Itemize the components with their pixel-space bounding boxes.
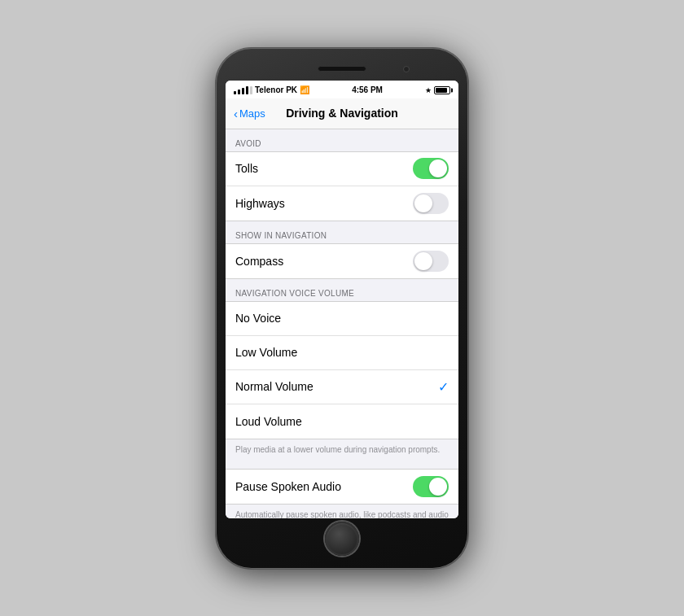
bluetooth-icon: ★ bbox=[425, 86, 432, 94]
low-volume-row[interactable]: Low Volume bbox=[226, 336, 458, 370]
tolls-toggle-thumb bbox=[429, 159, 447, 177]
settings-content: AVOID Tolls Highways SHOW IN NAVIGATION bbox=[226, 129, 458, 518]
loud-volume-label: Loud Volume bbox=[235, 415, 302, 428]
pause-spoken-audio-row[interactable]: Pause Spoken Audio bbox=[226, 470, 458, 504]
phone-bottom bbox=[226, 518, 458, 559]
navigation-bar: ‹ Maps Driving & Navigation bbox=[226, 98, 458, 129]
status-time: 4:56 PM bbox=[352, 85, 383, 94]
tolls-row[interactable]: Tolls bbox=[226, 152, 458, 186]
highways-toggle-thumb bbox=[414, 194, 432, 212]
highways-toggle[interactable] bbox=[413, 193, 449, 214]
wifi-icon: 📶 bbox=[300, 85, 309, 94]
front-camera bbox=[403, 66, 410, 72]
highways-label: Highways bbox=[235, 197, 285, 210]
compass-label: Compass bbox=[235, 255, 283, 268]
no-voice-label: No Voice bbox=[235, 312, 281, 325]
home-button[interactable] bbox=[325, 522, 359, 556]
back-label: Maps bbox=[239, 107, 265, 120]
normal-volume-label: Normal Volume bbox=[235, 380, 314, 393]
show-in-nav-section-header: SHOW IN NAVIGATION bbox=[226, 221, 458, 243]
compass-toggle[interactable] bbox=[413, 251, 449, 272]
show-in-nav-group: Compass bbox=[226, 243, 458, 279]
low-volume-label: Low Volume bbox=[235, 346, 297, 359]
compass-toggle-thumb bbox=[414, 252, 432, 270]
pause-audio-group: Pause Spoken Audio bbox=[226, 469, 458, 505]
pause-audio-sub-note: Automatically pause spoken audio, like p… bbox=[226, 505, 458, 518]
status-right: ★ bbox=[425, 86, 450, 94]
tolls-toggle[interactable] bbox=[413, 158, 449, 179]
carrier-name: Telenor PK bbox=[255, 85, 297, 94]
highways-row[interactable]: Highways bbox=[226, 186, 458, 221]
pause-spoken-audio-label: Pause Spoken Audio bbox=[235, 480, 341, 493]
speaker bbox=[318, 66, 366, 72]
avoid-section-header: AVOID bbox=[226, 129, 458, 151]
tolls-label: Tolls bbox=[235, 162, 258, 175]
battery-icon bbox=[434, 86, 450, 94]
pause-spoken-audio-toggle-thumb bbox=[429, 478, 447, 496]
phone-device: Telenor PK 📶 4:56 PM ★ ‹ Maps Driving & … bbox=[216, 48, 468, 569]
chevron-left-icon: ‹ bbox=[234, 107, 238, 120]
signal-bars bbox=[234, 86, 252, 94]
normal-volume-checkmark: ✓ bbox=[438, 379, 449, 395]
no-voice-row[interactable]: No Voice bbox=[226, 302, 458, 336]
compass-row[interactable]: Compass bbox=[226, 244, 458, 278]
back-button[interactable]: ‹ Maps bbox=[234, 107, 265, 120]
status-left: Telenor PK 📶 bbox=[234, 85, 309, 94]
status-bar: Telenor PK 📶 4:56 PM ★ bbox=[226, 81, 458, 98]
page-title: Driving & Navigation bbox=[286, 107, 398, 120]
normal-volume-row[interactable]: Normal Volume ✓ bbox=[226, 370, 458, 404]
nav-voice-sub-note: Play media at a lower volume during navi… bbox=[226, 439, 458, 462]
nav-voice-section-header: NAVIGATION VOICE VOLUME bbox=[226, 279, 458, 301]
phone-top-hardware bbox=[226, 58, 458, 81]
pause-spoken-audio-toggle[interactable] bbox=[413, 476, 449, 497]
phone-screen: Telenor PK 📶 4:56 PM ★ ‹ Maps Driving & … bbox=[226, 81, 458, 518]
nav-voice-group: No Voice Low Volume Normal Volume ✓ Loud… bbox=[226, 301, 458, 439]
loud-volume-row[interactable]: Loud Volume bbox=[226, 404, 458, 439]
avoid-group: Tolls Highways bbox=[226, 151, 458, 221]
